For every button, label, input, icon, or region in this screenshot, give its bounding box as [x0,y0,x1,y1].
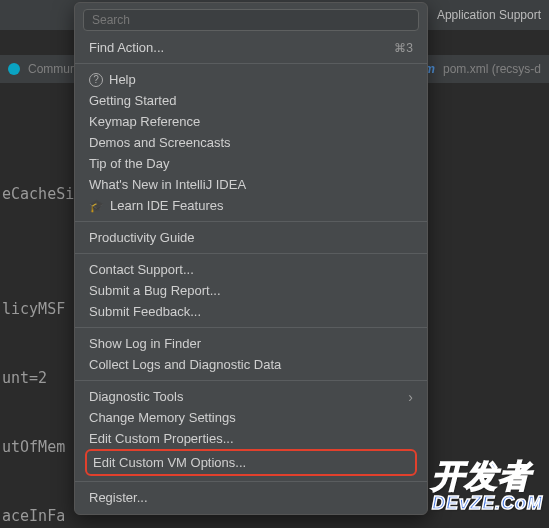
menu-tip-of-day[interactable]: Tip of the Day [75,153,427,174]
separator [75,481,427,482]
menu-diagnostic-tools[interactable]: Diagnostic Tools › [75,386,427,407]
separator [75,380,427,381]
menu-change-memory[interactable]: Change Memory Settings [75,407,427,428]
search-input[interactable] [83,9,419,31]
menu-register[interactable]: Register... [75,487,427,508]
tab-left-label[interactable]: Commur [28,62,74,76]
chevron-right-icon: › [408,389,413,405]
graduation-cap-icon: 🎓 [89,199,104,213]
help-menu: Find Action... ⌘3 ?Help Getting Started … [74,2,428,515]
menu-demos[interactable]: Demos and Screencasts [75,132,427,153]
menu-learn-ide[interactable]: 🎓Learn IDE Features [75,195,427,216]
tab-right-label[interactable]: pom.xml (recsys-d [443,62,541,76]
menu-submit-feedback[interactable]: Submit Feedback... [75,301,427,322]
menu-keymap-reference[interactable]: Keymap Reference [75,111,427,132]
menu-show-log[interactable]: Show Log in Finder [75,333,427,354]
menu-contact-support[interactable]: Contact Support... [75,259,427,280]
separator [75,253,427,254]
help-icon: ? [89,73,103,87]
menu-help[interactable]: ?Help [75,69,427,90]
menu-productivity-guide[interactable]: Productivity Guide [75,227,427,248]
separator [75,327,427,328]
separator [75,63,427,64]
tab-icon [8,63,20,75]
menu-edit-custom-properties[interactable]: Edit Custom Properties... [75,428,427,449]
menu-submit-bug[interactable]: Submit a Bug Report... [75,280,427,301]
menu-edit-custom-vm-options[interactable]: Edit Custom VM Options... [89,452,413,473]
menu-getting-started[interactable]: Getting Started [75,90,427,111]
breadcrumb-fragment: Application Support [437,8,541,22]
shortcut-label: ⌘3 [394,41,413,55]
menu-whats-new[interactable]: What's New in IntelliJ IDEA [75,174,427,195]
menu-collect-logs[interactable]: Collect Logs and Diagnostic Data [75,354,427,375]
menu-find-action[interactable]: Find Action... ⌘3 [75,37,427,58]
separator [75,221,427,222]
highlight-box: Edit Custom VM Options... [85,449,417,476]
